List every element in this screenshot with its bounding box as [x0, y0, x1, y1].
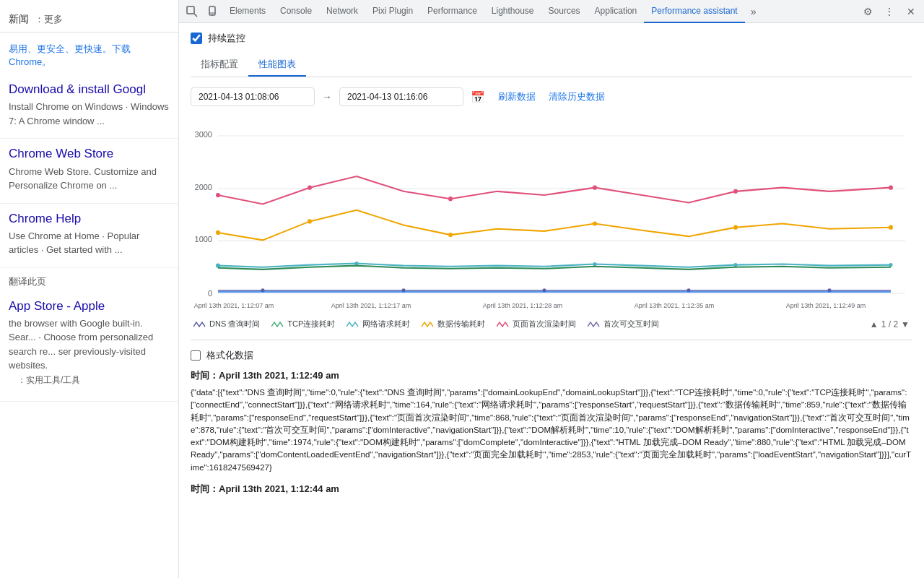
news-title: 新闻 [9, 13, 29, 26]
legend-tcp: TCP连接耗时 [271, 319, 335, 329]
perf-tabs: 指标配置 性能图表 [191, 53, 912, 77]
svg-line-1 [194, 14, 197, 17]
svg-point-18 [216, 193, 220, 197]
date-arrow: → [322, 91, 332, 103]
svg-rect-0 [187, 7, 194, 14]
formatted-label: 格式化数据 [206, 349, 253, 362]
svg-point-20 [448, 197, 453, 201]
svg-point-34 [889, 263, 893, 267]
devtools-topbar-right: ⚙ ⋮ ✕ [858, 1, 921, 22]
news-header: 新闻 ：更多 [0, 7, 178, 33]
left-panel: 新闻 ：更多 易用、更安全、更快速。下载Chrome。 Download & i… [0, 0, 179, 578]
legend-first-render: 页面首次渲染时间 [497, 319, 576, 329]
search-result-title-download[interactable]: Download & install Googl [9, 82, 170, 98]
tab-console[interactable]: Console [273, 0, 319, 23]
translate-label: 翻译此页 [0, 268, 178, 291]
performance-chart: 3000 2000 1000 0 April 13th 2021, 1:12:0… [191, 116, 912, 311]
next-page-icon[interactable]: ▼ [901, 319, 910, 329]
search-result-help: Chrome Help Use Chrome at Home · Popular… [0, 204, 178, 268]
svg-point-22 [733, 189, 738, 194]
chart-legend: DNS 查询时间 TCP连接耗时 网络请求耗时 数据传输耗时 页面首次渲染时间 … [191, 319, 912, 329]
svg-point-23 [889, 186, 893, 190]
news-more: ：更多 [35, 13, 63, 26]
settings-icon-btn[interactable]: ⚙ [858, 1, 878, 22]
search-result-title-webstore[interactable]: Chrome Web Store [9, 146, 170, 162]
svg-point-31 [355, 262, 359, 265]
calendar-icon[interactable]: 📅 [471, 90, 485, 104]
search-result-desc-download: Install Chrome on Windows · Windows 7: A… [9, 100, 170, 128]
refresh-btn[interactable]: 刷新数据 [498, 90, 536, 103]
date-to-input[interactable] [339, 87, 463, 106]
svg-point-24 [216, 230, 220, 235]
monitoring-label: 持续监控 [208, 32, 245, 45]
search-result-title-help[interactable]: Chrome Help [9, 211, 170, 227]
svg-point-19 [308, 186, 312, 190]
tab-lighthouse[interactable]: Lighthouse [484, 0, 541, 23]
devtools-panel: Elements Console Network Pixi Plugin Per… [179, 0, 924, 578]
page-indicator: 1 / 2 [881, 319, 898, 329]
tab-pixi-plugin[interactable]: Pixi Plugin [365, 0, 420, 23]
svg-point-21 [593, 186, 597, 190]
tab-config[interactable]: 指标配置 [191, 53, 248, 77]
category-label: ：实用工具/工具 [9, 373, 170, 391]
formatted-section: 格式化数据 时间：April 13th 2021, 1:12:49 am {"d… [191, 340, 912, 496]
tab-application[interactable]: Application [588, 0, 645, 23]
tab-performance[interactable]: Performance [420, 0, 484, 23]
search-result-webstore: Chrome Web Store Chrome Web Store. Custo… [0, 139, 178, 203]
svg-text:April 13th 2021, 1:12:35 am: April 13th 2021, 1:12:35 am [635, 302, 715, 309]
svg-point-25 [308, 219, 312, 223]
svg-point-26 [448, 233, 453, 237]
search-result-download: Download & install Googl Install Chrome … [0, 74, 178, 139]
tab-sources[interactable]: Sources [541, 0, 588, 23]
svg-text:April 13th 2021, 1:12:17 am: April 13th 2021, 1:12:17 am [331, 302, 411, 309]
search-result-desc-help: Use Chrome at Home · Popular articles · … [9, 229, 170, 257]
more-options-btn[interactable]: ⋮ [879, 1, 899, 22]
search-result-desc-webstore: Chrome Web Store. Customize and Personal… [9, 165, 170, 193]
svg-text:April 13th 2021, 1:12:28 am: April 13th 2021, 1:12:28 am [483, 302, 563, 309]
tab-elements[interactable]: Elements [222, 0, 273, 23]
formatted-header: 格式化数据 [191, 349, 912, 362]
chart-container: 3000 2000 1000 0 April 13th 2021, 1:12:0… [191, 116, 912, 311]
device-icon-btn[interactable] [202, 1, 222, 22]
search-result-appstore: App Store - Apple the browser with Googl… [0, 291, 178, 402]
monitoring-checkbox[interactable] [191, 33, 202, 44]
data-timestamp-1: 时间：April 13th 2021, 1:12:44 am [191, 483, 912, 496]
prev-page-icon[interactable]: ▲ [870, 319, 879, 329]
legend-interactive: 首次可交互时间 [588, 319, 659, 329]
svg-point-29 [889, 225, 893, 230]
svg-text:0: 0 [208, 289, 212, 298]
legend-pagination: ▲ 1 / 2 ▼ [870, 319, 910, 329]
date-range-row: → 📅 刷新数据 清除历史数据 [191, 87, 912, 106]
search-result-title-appstore[interactable]: App Store - Apple [9, 298, 170, 314]
legend-data-transfer: 数据传输耗时 [422, 319, 485, 329]
svg-point-4 [212, 13, 212, 14]
svg-point-33 [734, 263, 738, 267]
svg-text:April 13th 2021, 1:12:07 am: April 13th 2021, 1:12:07 am [194, 302, 274, 309]
date-from-input[interactable] [191, 87, 315, 106]
data-timestamp-0: 时间：April 13th 2021, 1:12:49 am [191, 369, 912, 382]
tab-chart[interactable]: 性能图表 [248, 53, 306, 77]
svg-text:1000: 1000 [195, 235, 212, 243]
monitoring-row: 持续监控 [191, 32, 912, 45]
data-entry-0: 时间：April 13th 2021, 1:12:49 am {"data":[… [191, 369, 912, 474]
svg-point-27 [593, 221, 597, 225]
tab-performance-assistant[interactable]: Performance assistant [644, 0, 744, 23]
legend-dns: DNS 查询时间 [193, 319, 260, 329]
search-result-desc-appstore: the browser with Google built-in. Sear..… [9, 316, 170, 373]
svg-text:April 13th 2021, 1:12:49 am: April 13th 2021, 1:12:49 am [786, 302, 866, 309]
tab-network[interactable]: Network [319, 0, 365, 23]
tagline: 易用、更安全、更快速。下载Chrome。 [0, 40, 178, 74]
devtools-topbar: Elements Console Network Pixi Plugin Per… [179, 0, 924, 23]
formatted-checkbox[interactable] [191, 350, 201, 361]
svg-point-28 [733, 225, 738, 230]
data-entry-1: 时间：April 13th 2021, 1:12:44 am [191, 483, 912, 496]
tab-more-btn[interactable]: » [745, 0, 762, 23]
svg-point-32 [593, 262, 597, 266]
close-btn[interactable]: ✕ [901, 1, 921, 22]
inspect-icon-btn[interactable] [182, 1, 202, 22]
data-json-0: {"data":[{"text":"DNS 查询时间","time":0,"ru… [191, 387, 912, 474]
svg-text:2000: 2000 [195, 183, 212, 191]
svg-text:3000: 3000 [195, 130, 212, 139]
clear-btn[interactable]: 清除历史数据 [549, 90, 605, 103]
legend-network: 网络请求耗时 [346, 319, 410, 329]
